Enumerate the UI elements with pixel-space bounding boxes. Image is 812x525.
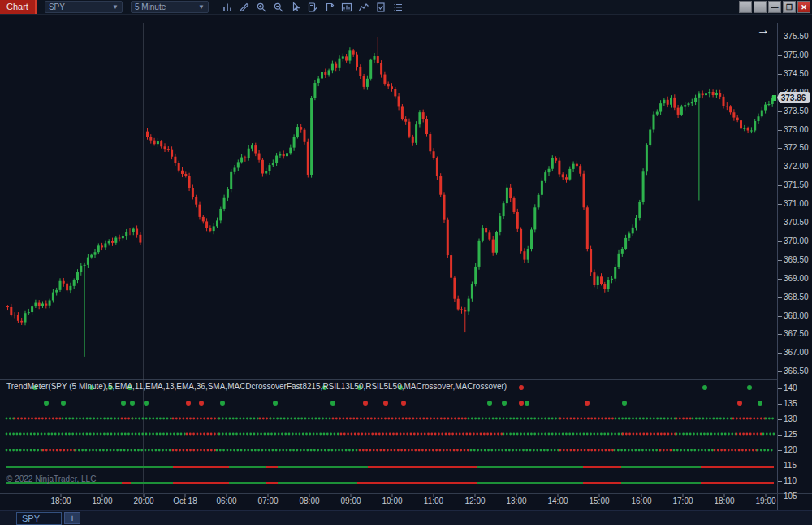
chart-style-icon (222, 2, 233, 13)
price-axis-label: 372.50 (784, 143, 809, 152)
workspace-tab-strip: SPY + (0, 510, 812, 525)
price-axis-label: 373.50 (784, 106, 809, 115)
price-axis-label: 368.50 (784, 293, 809, 302)
toolbar-button-properties[interactable] (374, 1, 389, 14)
price-axis-label: 372.00 (784, 162, 809, 171)
time-axis-label: 11:00 (424, 497, 443, 505)
panel-axis-label: 125 (784, 430, 797, 439)
alerts-flag-icon (324, 2, 335, 13)
axis-tick (778, 279, 782, 280)
window-close-button[interactable]: ✕ (797, 1, 810, 13)
price-axis-label: 371.50 (784, 180, 809, 189)
time-axis-label: 07:00 (257, 497, 278, 505)
axis-tick (778, 55, 782, 56)
chart-trader-icon (341, 2, 352, 13)
toolbar-button-alerts-flag[interactable] (322, 1, 338, 14)
axis-tick (778, 111, 782, 112)
window-instrument-link-button[interactable] (739, 1, 752, 13)
axis-tick (778, 481, 782, 482)
axis-tick (778, 74, 782, 75)
panel-axis-label: 110 (784, 476, 797, 485)
list-icon (392, 2, 404, 13)
indicators-icon (358, 2, 369, 13)
zoom-out-icon (273, 2, 284, 13)
time-axis-label: 17:00 (672, 497, 693, 505)
axis-tick (778, 204, 782, 205)
chevron-down-icon: ▼ (198, 3, 205, 11)
time-axis-label: 06:00 (216, 497, 236, 505)
zoom-in-icon (256, 2, 267, 13)
price-axis-label: 369.00 (784, 274, 809, 283)
properties-icon (375, 2, 387, 13)
time-axis-label: 16:00 (631, 497, 651, 505)
toolbar-button-data-series[interactable] (305, 1, 321, 14)
axis-tick (778, 371, 782, 372)
chart-surface[interactable]: → 375.50375.00374.50374.00373.50373.0037… (0, 15, 812, 525)
tab-spy[interactable]: SPY (16, 512, 62, 525)
time-axis-label: Oct 18 (173, 497, 197, 505)
window-interval-link-button[interactable] (754, 1, 767, 13)
time-axis-label: 19:00 (755, 497, 775, 505)
price-axis-label: 366.50 (784, 367, 809, 375)
data-series-icon (307, 2, 318, 13)
window-controls: —❐✕ (739, 1, 810, 13)
window-restore-button[interactable]: ❐ (783, 1, 796, 13)
axis-tick (778, 419, 782, 420)
add-tab-button[interactable]: + (64, 512, 80, 524)
go-to-latest-arrow-icon[interactable]: → (757, 23, 770, 37)
axis-tick (778, 404, 782, 405)
symbol-dropdown-value: SPY (49, 2, 65, 11)
last-price-marker (772, 95, 776, 101)
price-axis-label: 367.50 (784, 329, 809, 338)
axis-tick (778, 450, 782, 451)
axis-tick (778, 388, 782, 389)
toolbar-button-cursor[interactable] (288, 1, 304, 14)
time-axis-label: 18:00 (714, 497, 734, 505)
interval-dropdown[interactable]: 5 Minute ▼ (131, 1, 209, 13)
last-price-badge: 373.86 (777, 92, 810, 103)
cursor-icon (290, 2, 301, 13)
price-axis-label: 369.50 (784, 255, 809, 264)
axis-tick (778, 435, 782, 436)
price-axis-label: 368.00 (784, 311, 809, 320)
axis-tick (778, 466, 782, 466)
time-axis-label: 12:00 (464, 497, 485, 505)
axis-tick (778, 353, 782, 354)
candlestick-canvas (0, 15, 812, 525)
time-axis-label: 20:00 (133, 497, 153, 505)
window-minimize-button[interactable]: — (768, 1, 781, 13)
toolbar-button-zoom-out[interactable] (271, 1, 287, 14)
panel-axis-label: 135 (784, 399, 797, 408)
interval-dropdown-value: 5 Minute (135, 2, 166, 11)
toolbar-button-zoom-in[interactable] (254, 1, 270, 14)
price-axis-label: 375.50 (784, 32, 809, 41)
window-title-tab[interactable]: Chart (0, 0, 37, 14)
panel-axis-label: 140 (784, 384, 797, 393)
price-axis-label: 373.00 (784, 125, 809, 134)
toolbar-button-list[interactable] (391, 1, 406, 14)
axis-tick (778, 497, 782, 497)
axis-tick (778, 37, 782, 37)
toolbar-icons (220, 1, 406, 14)
toolbar-button-chart-trader[interactable] (339, 1, 355, 14)
toolbar-button-draw[interactable] (237, 1, 253, 14)
axis-tick (778, 297, 782, 298)
price-axis-label: 371.00 (784, 199, 809, 208)
panel-axis-label: 105 (784, 492, 797, 501)
axis-tick (778, 334, 782, 335)
axis-tick (778, 130, 782, 131)
toolbar-button-indicators[interactable] (356, 1, 372, 14)
copyright-text: © 2022 NinjaTrader, LLC (6, 475, 96, 484)
axis-tick (778, 185, 782, 186)
axis-tick (778, 316, 782, 317)
chevron-down-icon: ▼ (112, 3, 119, 11)
ninjatrader-chart-window: Chart SPY ▼ 5 Minute ▼ —❐✕ → 375.50375.0… (0, 0, 812, 525)
toolbar-button-chart-style[interactable] (220, 1, 235, 14)
price-axis-label: 375.00 (784, 50, 809, 59)
time-axis-label: 13:00 (506, 497, 526, 505)
price-axis-label: 374.50 (784, 69, 809, 78)
time-axis-label: 14:00 (547, 497, 568, 505)
time-axis-label: 09:00 (340, 497, 361, 505)
axis-tick (778, 223, 782, 223)
symbol-dropdown[interactable]: SPY ▼ (45, 1, 123, 13)
